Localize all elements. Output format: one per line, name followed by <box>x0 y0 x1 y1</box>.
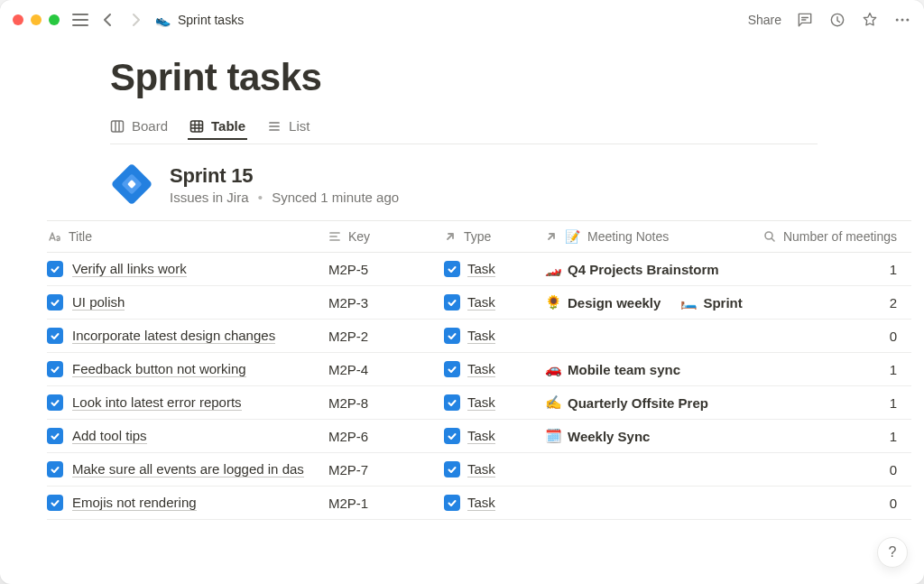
table-row[interactable]: UI polish M2P-3 Task 🌻 Design weekly 🛏️ … <box>47 286 911 320</box>
cell-key: M2P-5 <box>328 262 444 277</box>
svg-point-1 <box>896 19 899 22</box>
type-pill[interactable]: Task <box>444 328 495 344</box>
title-text[interactable]: Look into latest error reports <box>72 394 242 411</box>
title-text[interactable]: Add tool tips <box>72 428 147 444</box>
note-emoji-icon: 🏎️ <box>545 261 562 277</box>
note-emoji-icon: 🌻 <box>545 294 562 311</box>
cell-key: M2P-6 <box>328 429 444 444</box>
type-pill[interactable]: Task <box>444 428 495 444</box>
tab-board[interactable]: Board <box>110 113 168 139</box>
meeting-note[interactable]: 🏎️ Q4 Projects Brainstorm <box>545 261 719 277</box>
breadcrumb-icon: 👟 <box>155 13 171 27</box>
meeting-note[interactable]: ✍️ Quarterly Offsite Prep <box>545 394 708 411</box>
type-check-icon <box>444 394 460 411</box>
cell-key: M2P-1 <box>328 496 444 511</box>
star-icon[interactable] <box>861 11 879 29</box>
th-key[interactable]: Key <box>328 221 444 252</box>
table-row[interactable]: Make sure all events are logged in das M… <box>47 453 911 487</box>
meeting-note[interactable]: 🗓️ Weekly Sync <box>545 428 650 444</box>
cell-key: M2P-4 <box>328 362 444 377</box>
th-notes[interactable]: 📝 Meeting Notes <box>545 221 749 252</box>
cell-meetings: 0 <box>749 496 902 511</box>
jira-icon <box>110 162 153 206</box>
table-row[interactable]: Feedback button not working M2P-4 Task 🚗… <box>47 353 911 386</box>
checkbox-icon[interactable] <box>47 394 63 411</box>
key-text: M2P-8 <box>328 395 368 411</box>
type-text: Task <box>467 428 495 444</box>
checkbox-icon[interactable] <box>47 461 63 477</box>
type-check-icon <box>444 461 460 477</box>
tab-list[interactable]: List <box>267 113 310 139</box>
table-row[interactable]: Look into latest error reports M2P-8 Tas… <box>47 386 911 420</box>
type-text: Task <box>467 461 495 477</box>
checkbox-icon[interactable] <box>47 428 63 444</box>
table-row[interactable]: Emojis not rendering M2P-1 Task 0 <box>47 487 911 520</box>
title-text[interactable]: Verify all links work <box>72 261 187 277</box>
tab-table[interactable]: Table <box>189 113 245 139</box>
share-button[interactable]: Share <box>748 13 781 27</box>
help-button[interactable]: ? <box>877 537 908 568</box>
meetings-count: 1 <box>890 429 897 444</box>
th-type[interactable]: Type <box>444 221 545 252</box>
type-pill[interactable]: Task <box>444 461 495 477</box>
key-text: M2P-3 <box>328 295 368 311</box>
table-row[interactable]: Add tool tips M2P-6 Task 🗓️ Weekly Sync … <box>47 420 911 453</box>
meeting-note[interactable]: 🛏️ Sprint <box>680 294 742 311</box>
back-icon[interactable] <box>101 13 116 27</box>
table-header: Title Key Type <box>47 220 911 253</box>
svg-point-3 <box>906 19 909 22</box>
search-icon <box>763 230 776 243</box>
title-text[interactable]: Feedback button not working <box>72 361 246 377</box>
checkbox-icon[interactable] <box>47 261 63 277</box>
more-icon[interactable] <box>893 11 911 29</box>
type-pill[interactable]: Task <box>444 361 495 377</box>
close-window-icon[interactable] <box>13 14 23 25</box>
th-title[interactable]: Title <box>47 221 328 252</box>
type-text: Task <box>467 495 495 511</box>
cell-meetings: 2 <box>749 295 902 311</box>
title-text[interactable]: Make sure all events are logged in das <box>72 461 304 477</box>
checkbox-icon[interactable] <box>47 328 63 344</box>
type-pill[interactable]: Task <box>444 261 495 277</box>
table-body: Verify all links work M2P-5 Task 🏎️ Q4 P… <box>47 253 911 520</box>
checkbox-icon[interactable] <box>47 495 63 511</box>
breadcrumb[interactable]: 👟 Sprint tasks <box>155 13 244 27</box>
cell-type: Task <box>444 461 545 477</box>
topbar-left: 👟 Sprint tasks <box>13 13 244 27</box>
text-icon <box>47 229 61 244</box>
meetings-count: 1 <box>890 262 897 277</box>
note-emoji-icon: 🚗 <box>545 361 562 377</box>
cell-meetings: 1 <box>749 429 902 444</box>
minimize-window-icon[interactable] <box>31 14 42 25</box>
type-pill[interactable]: Task <box>444 394 495 411</box>
history-icon[interactable] <box>828 11 846 29</box>
checkbox-icon[interactable] <box>47 294 63 311</box>
comments-icon[interactable] <box>796 11 814 29</box>
cell-meetings: 1 <box>749 395 902 411</box>
title-text[interactable]: UI polish <box>72 294 125 311</box>
menu-icon[interactable] <box>72 14 88 26</box>
type-pill[interactable]: Task <box>444 495 495 511</box>
forward-icon[interactable] <box>128 13 143 27</box>
th-meetings[interactable]: Number of meetings <box>749 221 902 252</box>
th-key-label: Key <box>348 229 370 244</box>
note-text: Q4 Projects Brainstorm <box>568 262 719 277</box>
cell-notes: 🏎️ Q4 Projects Brainstorm <box>545 261 749 277</box>
type-pill[interactable]: Task <box>444 294 495 311</box>
note-text: Quarterly Offsite Prep <box>568 395 708 411</box>
svg-rect-4 <box>112 121 124 132</box>
meeting-note[interactable]: 🚗 Mobile team sync <box>545 361 680 377</box>
key-text: M2P-6 <box>328 429 368 444</box>
maximize-window-icon[interactable] <box>49 14 60 25</box>
table-row[interactable]: Verify all links work M2P-5 Task 🏎️ Q4 P… <box>47 253 911 286</box>
title-text[interactable]: Emojis not rendering <box>72 495 197 511</box>
meeting-note[interactable]: 🌻 Design weekly <box>545 294 661 311</box>
type-check-icon <box>444 495 460 511</box>
table-row[interactable]: Incorporate latest design changes M2P-2 … <box>47 320 911 353</box>
type-text: Task <box>467 261 495 277</box>
cell-title: Make sure all events are logged in das <box>47 461 328 477</box>
page-title: Sprint tasks <box>110 56 924 99</box>
cell-notes: 🗓️ Weekly Sync <box>545 428 749 444</box>
checkbox-icon[interactable] <box>47 361 63 377</box>
title-text[interactable]: Incorporate latest design changes <box>72 328 275 344</box>
